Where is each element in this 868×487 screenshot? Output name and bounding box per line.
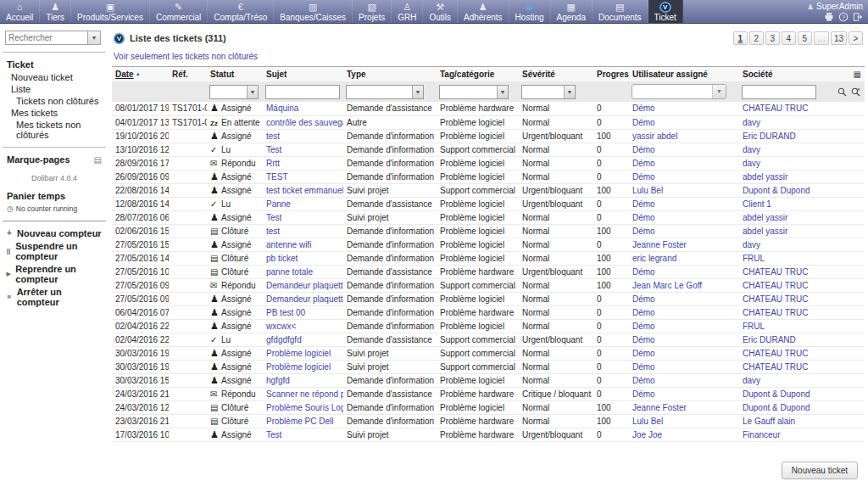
company-link[interactable]: davy: [743, 376, 760, 385]
col-header-colselect[interactable]: ▦: [835, 67, 865, 82]
company-link[interactable]: Client 1: [743, 199, 771, 209]
filter-category-select[interactable]: ▼: [439, 85, 509, 99]
clear-filter-icon[interactable]: [851, 87, 860, 97]
ticket-subject-link[interactable]: Máquina: [266, 104, 298, 113]
ticket-subject-link[interactable]: Rrtt: [266, 159, 280, 168]
help-icon[interactable]: ?: [838, 12, 849, 22]
filter-severity-select[interactable]: ▼: [521, 85, 576, 99]
show-open-tickets-link[interactable]: Voir seulement les tickets non clôturés: [114, 52, 258, 61]
assigned-user-link[interactable]: Jeanne Foster: [632, 240, 687, 249]
filter-company-input[interactable]: [742, 85, 816, 99]
ticket-subject-link[interactable]: Problème PC Dell: [266, 417, 333, 426]
assigned-user-link[interactable]: Démo: [632, 349, 655, 358]
ticket-subject-link[interactable]: contrôle des sauvegardes: [266, 118, 343, 127]
tab-outils[interactable]: ⚒Outils: [423, 0, 458, 23]
logout-icon[interactable]: [853, 12, 863, 22]
company-link[interactable]: CHATEAU TRUC: [743, 294, 808, 304]
tab-compta[interactable]: €Compta/Tréso: [208, 0, 274, 23]
ticket-subject-link[interactable]: Test: [266, 430, 281, 439]
pagination-page[interactable]: 4: [782, 31, 796, 45]
ticket-subject-link[interactable]: antenne wifi: [266, 240, 311, 249]
col-header-societe[interactable]: Société: [739, 67, 835, 82]
tab-projets[interactable]: ▧Projets: [353, 0, 392, 23]
tab-documents[interactable]: ▤Documents: [593, 0, 648, 23]
ticket-subject-link[interactable]: panne totale: [266, 267, 313, 277]
company-link[interactable]: CHATEAU TRUC: [743, 281, 808, 290]
filter-assigned-user-combobox[interactable]: ▼: [632, 84, 726, 99]
col-header-tag[interactable]: Tag/catégorie: [437, 67, 519, 82]
assigned-user-link[interactable]: Jean Marc Le Goff: [632, 281, 702, 290]
company-link[interactable]: davy: [743, 240, 760, 249]
col-header-ref[interactable]: Réf.: [169, 67, 207, 82]
col-header-statut[interactable]: Statut: [207, 67, 263, 82]
assigned-user-link[interactable]: Démo: [632, 294, 655, 304]
pagination-ellipsis[interactable]: …: [814, 31, 829, 45]
company-link[interactable]: Eric DURAND: [743, 335, 796, 344]
pagination-next[interactable]: >: [849, 31, 863, 45]
company-link[interactable]: abdel yassir: [743, 227, 787, 236]
ticket-subject-link[interactable]: Scanner ne répond plus: [266, 389, 343, 399]
ticket-subject-link[interactable]: hgfgfd: [266, 376, 290, 385]
pagination-page[interactable]: 13: [831, 31, 847, 45]
col-header-severite[interactable]: Sévérité: [519, 67, 593, 82]
assigned-user-link[interactable]: Démo: [632, 227, 655, 236]
ticket-subject-link[interactable]: Demandeur plaquette: [266, 294, 343, 304]
tab-tiers[interactable]: ♟Tiers: [40, 0, 71, 23]
search-input[interactable]: [5, 31, 88, 45]
table-columns-icon[interactable]: ▦: [854, 70, 861, 79]
tab-commercial[interactable]: ✎Commercial: [150, 0, 208, 23]
tab-ticket[interactable]: VTicket: [648, 0, 683, 23]
company-link[interactable]: CHATEAU TRUC: [743, 362, 808, 372]
counter-action-resume[interactable]: ▶Reprendre un compteur: [0, 262, 108, 285]
company-link[interactable]: FRUL: [743, 322, 765, 331]
tab-adherents[interactable]: ♟Adhérents: [458, 0, 509, 23]
col-header-progression[interactable]: Progression: [593, 67, 629, 82]
ticket-subject-link[interactable]: Demandeur plaquette: [266, 281, 343, 290]
company-link[interactable]: davy: [743, 118, 760, 127]
counter-action-pause[interactable]: ||Suspendre un compteur: [0, 239, 108, 262]
assigned-user-link[interactable]: Lulu Bel: [632, 186, 663, 195]
assigned-user-link[interactable]: Démo: [632, 362, 655, 372]
assigned-user-link[interactable]: Jeanne Foster: [632, 403, 687, 412]
pagination-page[interactable]: 3: [765, 31, 780, 45]
tab-grh[interactable]: ♙GRH: [392, 0, 423, 23]
ticket-subject-link[interactable]: Problème Souris Logitech: [266, 403, 343, 412]
filter-status-select[interactable]: ▼: [209, 85, 259, 99]
print-icon[interactable]: [824, 12, 834, 22]
ticket-subject-link[interactable]: Problème logiciel: [266, 349, 331, 358]
counter-action-stop[interactable]: ■Arrêter un compteur: [0, 285, 108, 308]
company-link[interactable]: Dupont & Dupond: [743, 186, 810, 195]
assigned-user-link[interactable]: Joe Joe: [632, 430, 662, 439]
company-link[interactable]: Financeur: [743, 430, 780, 439]
ticket-subject-link[interactable]: Panne: [266, 199, 291, 209]
assigned-user-link[interactable]: Lulu Bel: [632, 417, 663, 426]
assigned-user-link[interactable]: Démo: [632, 267, 655, 277]
company-link[interactable]: CHATEAU TRUC: [743, 308, 808, 317]
search-dropdown-icon[interactable]: ▾: [88, 31, 101, 45]
assigned-user-link[interactable]: Démo: [632, 118, 655, 127]
sidebar-item-mes-tickets[interactable]: Mes tickets: [0, 107, 108, 119]
company-link[interactable]: Eric DURAND: [743, 132, 796, 141]
assigned-user-link[interactable]: Démo: [632, 199, 655, 209]
tab-banques[interactable]: ▥Banques/Caisses: [274, 0, 353, 23]
sidebar-item-liste[interactable]: Liste: [0, 83, 108, 95]
company-link[interactable]: CHATEAU TRUC: [743, 349, 808, 358]
ticket-subject-link[interactable]: Test: [266, 213, 281, 222]
assigned-user-link[interactable]: Démo: [632, 172, 655, 182]
assigned-user-link[interactable]: Démo: [632, 104, 655, 113]
ticket-subject-link[interactable]: TEST: [266, 172, 288, 182]
company-link[interactable]: CHATEAU TRUC: [743, 104, 808, 113]
company-link[interactable]: davy: [743, 159, 760, 168]
ticket-subject-link[interactable]: test: [266, 132, 280, 141]
company-link[interactable]: Le Gauff alain: [743, 417, 795, 426]
assigned-user-link[interactable]: Démo: [632, 322, 655, 331]
assigned-user-link[interactable]: eric legrand: [632, 254, 676, 263]
counter-action-new[interactable]: +Nouveau compteur: [0, 227, 108, 239]
company-link[interactable]: Dupont & Dupond: [743, 389, 810, 399]
ticket-subject-link[interactable]: PB test 00: [266, 308, 305, 317]
company-link[interactable]: abdel yassir: [743, 172, 787, 182]
bookmarks-list-icon[interactable]: ▤: [94, 155, 102, 165]
company-link[interactable]: abdel yassir: [743, 213, 787, 222]
assigned-user-link[interactable]: Démo: [632, 145, 655, 154]
filter-type-select[interactable]: ▼: [346, 85, 424, 99]
